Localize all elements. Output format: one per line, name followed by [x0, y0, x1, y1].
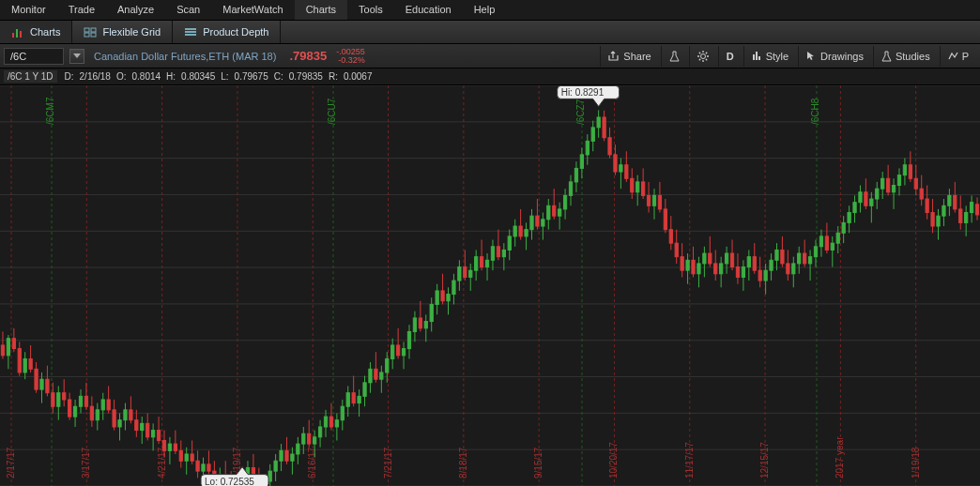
menu-marketwatch[interactable]: MarketWatch	[211, 0, 294, 20]
svg-rect-91	[84, 396, 87, 406]
svg-rect-99	[107, 400, 110, 410]
svg-rect-353	[814, 247, 817, 257]
svg-text:3/17/17: 3/17/17	[81, 447, 91, 478]
candlesticks	[1, 110, 978, 486]
symbol-dropdown-icon[interactable]	[69, 49, 84, 64]
svg-rect-295	[652, 195, 655, 205]
studies-button[interactable]: Studies	[873, 46, 938, 67]
svg-rect-177	[324, 417, 327, 427]
svg-rect-279	[608, 138, 611, 155]
svg-rect-4	[91, 28, 96, 32]
svg-rect-2	[20, 31, 22, 38]
menu-charts[interactable]: Charts	[295, 0, 347, 20]
menu-tools[interactable]: Tools	[347, 0, 394, 20]
svg-rect-179	[329, 417, 332, 427]
svg-rect-5	[84, 33, 89, 37]
svg-rect-65	[12, 339, 15, 349]
svg-rect-365	[848, 213, 850, 223]
symbol-input[interactable]: /6C	[4, 48, 64, 65]
chart-canvas[interactable]: 2/17/173/17/174/21/175/19/176/16/177/21/…	[0, 85, 980, 486]
svg-rect-173	[314, 437, 316, 444]
menu-education[interactable]: Education	[394, 0, 463, 20]
tab-charts[interactable]: Charts	[0, 21, 72, 43]
svg-rect-189	[358, 396, 360, 402]
menu-scan[interactable]: Scan	[165, 0, 211, 20]
svg-text:/6CZ7: /6CZ7	[575, 99, 586, 125]
svg-rect-255	[542, 220, 544, 226]
menu-trade[interactable]: Trade	[57, 0, 106, 20]
high-flag: Hi: 0.8291	[558, 85, 620, 106]
patterns-button[interactable]: P	[940, 46, 976, 67]
svg-text:6/16/17: 6/16/17	[307, 447, 317, 478]
menu-monitor[interactable]: Monitor	[0, 0, 57, 20]
tab-label: Flexible Grid	[102, 26, 161, 38]
svg-rect-131	[196, 461, 199, 471]
svg-rect-7	[185, 28, 196, 30]
svg-rect-79	[52, 393, 54, 407]
svg-rect-249	[525, 230, 528, 236]
svg-rect-317	[714, 264, 717, 274]
svg-rect-187	[352, 393, 355, 403]
svg-rect-203	[396, 345, 399, 356]
svg-rect-127	[185, 454, 188, 461]
svg-rect-333	[758, 270, 761, 281]
sub-tabs: ChartsFlexible GridProduct Depth	[0, 21, 980, 44]
menu-analyze[interactable]: Analyze	[106, 0, 165, 20]
svg-rect-325	[736, 267, 739, 278]
svg-rect-271	[586, 141, 589, 155]
svg-rect-229	[469, 270, 472, 277]
svg-rect-245	[513, 226, 516, 236]
svg-rect-319	[720, 264, 723, 274]
style-button[interactable]: Style	[743, 46, 796, 67]
svg-rect-159	[274, 461, 277, 471]
ohlc-open: 0.8014	[130, 71, 163, 82]
flask-button[interactable]	[661, 46, 687, 67]
timeframe-label[interactable]: /6C 1 Y 1D	[4, 70, 57, 83]
svg-rect-73	[35, 369, 38, 389]
interval-button[interactable]: D	[718, 46, 742, 67]
svg-rect-267	[574, 168, 577, 182]
settings-button[interactable]	[689, 46, 716, 67]
svg-text:12/15/17: 12/15/17	[759, 442, 770, 478]
svg-rect-181	[335, 420, 338, 427]
menu-help[interactable]: Help	[463, 0, 507, 20]
svg-rect-161	[280, 450, 283, 461]
svg-rect-257	[547, 205, 550, 220]
tab-flexible-grid[interactable]: Flexible Grid	[72, 21, 173, 43]
svg-rect-103	[118, 420, 121, 427]
share-button[interactable]: Share	[600, 46, 658, 67]
svg-rect-237	[491, 247, 494, 261]
svg-rect-389	[914, 178, 917, 189]
svg-rect-71	[29, 358, 32, 369]
svg-rect-327	[742, 267, 744, 278]
svg-rect-329	[747, 257, 750, 267]
svg-rect-287	[631, 178, 634, 192]
svg-text:Lo: 0.72535: Lo: 0.72535	[205, 477, 254, 486]
svg-rect-157	[268, 471, 271, 481]
svg-rect-133	[202, 464, 205, 471]
svg-rect-171	[308, 433, 311, 444]
drawings-button[interactable]: Drawings	[798, 46, 871, 67]
svg-rect-371	[865, 192, 867, 206]
svg-rect-61	[1, 345, 4, 356]
share-icon	[608, 51, 620, 61]
svg-rect-359	[831, 243, 834, 250]
svg-rect-85	[69, 400, 71, 417]
ohlc-date: 2/16/18	[78, 71, 113, 82]
svg-rect-193	[369, 369, 372, 383]
svg-rect-107	[130, 410, 132, 420]
svg-rect-167	[297, 444, 299, 454]
svg-rect-281	[614, 155, 617, 172]
svg-rect-351	[808, 257, 811, 264]
svg-rect-347	[798, 253, 801, 264]
svg-text:2017 year: 2017 year	[835, 436, 845, 478]
svg-rect-247	[519, 226, 522, 236]
svg-rect-115	[151, 431, 154, 437]
svg-rect-93	[90, 406, 93, 420]
svg-rect-251	[530, 216, 533, 230]
svg-rect-311	[697, 264, 700, 274]
svg-rect-209	[413, 318, 416, 332]
svg-rect-6	[91, 33, 96, 37]
svg-rect-83	[63, 393, 66, 400]
tab-product-depth[interactable]: Product Depth	[173, 21, 281, 43]
